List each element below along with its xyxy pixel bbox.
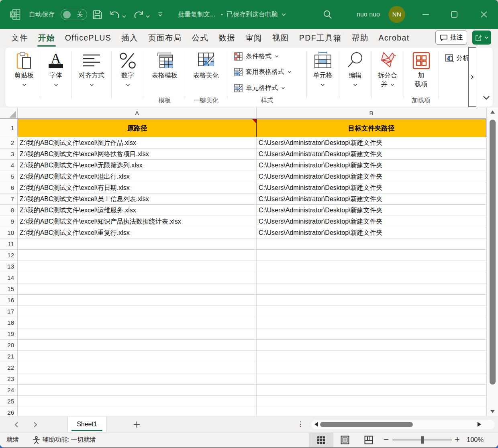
row-header-26[interactable]: 26 (0, 407, 18, 416)
row-header-22[interactable]: 22 (0, 362, 18, 373)
user-name[interactable]: nuo nuo (357, 0, 380, 29)
tab-帮助[interactable]: 帮助 (352, 29, 369, 47)
column-header-B[interactable]: B (257, 108, 486, 119)
row-header-6[interactable]: 6 (0, 182, 18, 193)
row-header-8[interactable]: 8 (0, 205, 18, 216)
cell-B4[interactable]: C:\Users\Administrator\Desktop\新建文件夹 (257, 160, 486, 171)
cell-B6[interactable]: C:\Users\Administrator\Desktop\新建文件夹 (257, 182, 486, 193)
redo-button[interactable] (133, 10, 144, 21)
cell-B17[interactable] (257, 306, 486, 317)
cell-A26[interactable] (18, 407, 257, 416)
cell-A24[interactable] (18, 385, 257, 396)
cell-A2[interactable]: Z:\我的ABC测试文件\excel\图片作品.xlsx (18, 137, 257, 149)
cell-B11[interactable] (257, 238, 486, 250)
ribbon-scroll-right-button[interactable] (468, 47, 476, 107)
cell-A13[interactable] (18, 261, 257, 272)
quick-access-toolbar-menu[interactable] (157, 11, 163, 18)
cell-B1[interactable]: 目标文件夹路径 (257, 119, 486, 137)
cell-B20[interactable] (257, 340, 486, 351)
search-icon[interactable] (322, 10, 333, 21)
cell-A3[interactable]: Z:\我的ABC测试文件\excel\网络扶贫项目.xlsx (18, 149, 257, 160)
cell-styles-button[interactable]: 单元格样式 (234, 83, 285, 93)
cell-A9[interactable]: Z:\我的ABC测试文件\excel\知识产品执法数据统计表.xlsx (18, 216, 257, 227)
cell-A25[interactable] (18, 396, 257, 407)
row-header-18[interactable]: 18 (0, 317, 18, 328)
tab-视图[interactable]: 视图 (272, 29, 289, 47)
row-header-10[interactable]: 10 (0, 227, 18, 238)
cell-A6[interactable]: Z:\我的ABC测试文件\excel\有日期.xlsx (18, 182, 257, 193)
tab-Acrobat[interactable]: Acrobat (379, 29, 410, 47)
redo-dropdown-icon[interactable] (145, 12, 150, 20)
share-button[interactable] (472, 31, 491, 45)
vertical-scrollbar[interactable] (486, 108, 498, 416)
row-header-7[interactable]: 7 (0, 193, 18, 205)
row-header-20[interactable]: 20 (0, 340, 18, 351)
row-header-9[interactable]: 9 (0, 216, 18, 227)
cell-B23[interactable] (257, 373, 486, 385)
column-header-A[interactable]: A (18, 108, 257, 119)
cell-A18[interactable] (18, 317, 257, 328)
cell-A19[interactable] (18, 328, 257, 340)
cell-A7[interactable]: Z:\我的ABC测试文件\excel\员工信息列表.xlsx (18, 193, 257, 205)
maximize-button[interactable] (449, 9, 460, 20)
cell-A23[interactable] (18, 373, 257, 385)
comments-button[interactable]: 批注 (435, 31, 467, 45)
cell-A12[interactable] (18, 250, 257, 261)
cell-A8[interactable]: Z:\我的ABC测试文件\excel\运维服务.xlsx (18, 205, 257, 216)
zoom-slider-thumb[interactable] (421, 436, 424, 444)
close-button[interactable] (478, 9, 490, 20)
horizontal-scrollbar[interactable] (311, 420, 495, 429)
cell-A15[interactable] (18, 283, 257, 295)
row-header-25[interactable]: 25 (0, 396, 18, 407)
cell-B26[interactable] (257, 407, 486, 416)
tab-审阅[interactable]: 审阅 (245, 29, 262, 47)
cell-B19[interactable] (257, 328, 486, 340)
select-all-button[interactable] (0, 108, 18, 119)
normal-view-button[interactable] (309, 433, 333, 447)
cell-A21[interactable] (18, 351, 257, 362)
analyze-data-button[interactable]: 分析数据 (445, 52, 468, 64)
next-sheet-button[interactable] (29, 416, 41, 433)
vertical-scrollbar-thumb[interactable] (490, 120, 496, 385)
undo-button[interactable] (109, 10, 120, 21)
collapse-ribbon-button[interactable] (482, 95, 491, 102)
add-sheet-button[interactable] (131, 416, 143, 433)
page-break-view-button[interactable] (360, 433, 377, 447)
tab-数据[interactable]: 数据 (218, 29, 235, 47)
tab-页面布局[interactable]: 页面布局 (148, 29, 182, 47)
row-header-15[interactable]: 15 (0, 283, 18, 295)
tab-文件[interactable]: 文件 (11, 29, 28, 47)
cell-A5[interactable]: Z:\我的ABC测试文件\excel\溢出行.xlsx (18, 171, 257, 182)
document-title[interactable]: 批量复制文...•已保存到这台电脑 (178, 0, 286, 29)
tab-公式[interactable]: 公式 (192, 29, 209, 47)
row-header-16[interactable]: 16 (0, 295, 18, 306)
cell-A11[interactable] (18, 238, 257, 250)
cell-B24[interactable] (257, 385, 486, 396)
scroll-up-icon[interactable] (490, 110, 495, 114)
zoom-level[interactable]: 100% (467, 433, 484, 447)
row-header-23[interactable]: 23 (0, 373, 18, 385)
row-header-21[interactable]: 21 (0, 351, 18, 362)
sheet-tab-sheet1[interactable]: Sheet1 (67, 417, 106, 433)
tab-开始[interactable]: 开始 (38, 29, 55, 47)
scroll-down-icon[interactable] (490, 409, 495, 413)
cell-B10[interactable]: C:\Users\Administrator\Desktop\新建文件夹 (257, 227, 486, 238)
cell-A4[interactable]: Z:\我的ABC测试文件\excel\无限筛选列.xlsx (18, 160, 257, 171)
format-as-table-button[interactable]: 套用表格格式 (234, 67, 292, 77)
cell-B3[interactable]: C:\Users\Administrator\Desktop\新建文件夹 (257, 149, 486, 160)
scroll-right-icon[interactable] (478, 422, 481, 427)
cell-A1[interactable]: 原路径 (18, 119, 257, 137)
row-header-5[interactable]: 5 (0, 171, 18, 182)
cell-B25[interactable] (257, 396, 486, 407)
autosave-toggle[interactable]: 关 (61, 9, 87, 20)
cell-B22[interactable] (257, 362, 486, 373)
row-header-17[interactable]: 17 (0, 306, 18, 317)
cell-B21[interactable] (257, 351, 486, 362)
zoom-in-button[interactable]: + (455, 433, 460, 447)
cell-A16[interactable] (18, 295, 257, 306)
cell-B18[interactable] (257, 317, 486, 328)
cell-A22[interactable] (18, 362, 257, 373)
scroll-left-icon[interactable] (314, 422, 318, 427)
minimize-button[interactable] (420, 9, 431, 20)
cell-B15[interactable] (257, 283, 486, 295)
